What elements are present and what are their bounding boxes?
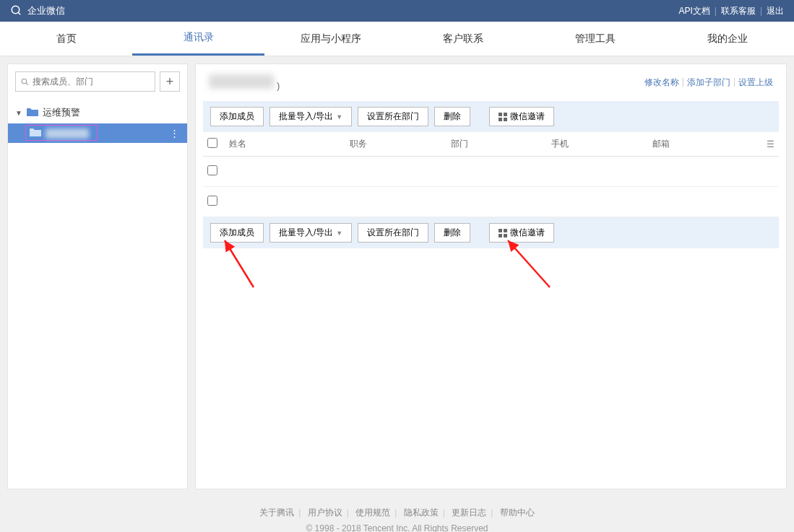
footer-link[interactable]: 关于腾讯 (259, 507, 294, 518)
footer-link[interactable]: 更新日志 (452, 507, 486, 518)
dept-title: ) (209, 74, 280, 91)
wx-invite-button[interactable]: 微信邀请 (489, 107, 554, 126)
qr-icon (499, 229, 507, 237)
brand-text: 企业微信 (27, 4, 65, 17)
footer-link[interactable]: 隐私政策 (404, 507, 439, 518)
search-input[interactable] (33, 77, 150, 87)
search-box[interactable] (15, 71, 155, 92)
batch-label: 批量导入/导出 (279, 227, 333, 239)
col-dept: 部门 (451, 138, 551, 150)
member-table: 姓名 职务 部门 手机 邮箱 ☰ (203, 132, 779, 217)
svg-point-0 (12, 6, 20, 14)
link-logout[interactable]: 退出 (767, 5, 784, 17)
nav-apps[interactable]: 应用与小程序 (264, 22, 397, 56)
delete-button-bottom[interactable]: 删除 (434, 223, 470, 243)
batch-import-export-button[interactable]: 批量导入/导出▼ (269, 107, 352, 126)
link-set-superior[interactable]: 设置上级 (738, 77, 773, 89)
dept-header: ) 修改名称 | 添加子部门 | 设置上级 (196, 64, 786, 101)
link-api-doc[interactable]: API文档 (678, 5, 709, 17)
set-dept-button[interactable]: 设置所在部门 (358, 107, 428, 126)
col-check (207, 138, 229, 150)
col-phone: 手机 (551, 138, 652, 150)
dept-name-blurred (209, 74, 274, 89)
col-email: 邮箱 (652, 138, 753, 150)
nav-home[interactable]: 首页 (0, 22, 132, 56)
wx-invite-label: 微信邀请 (510, 110, 545, 123)
nav-customer[interactable]: 客户联系 (397, 22, 530, 56)
chevron-down-icon: ▼ (336, 230, 342, 237)
separator: | (682, 77, 684, 89)
brand: 企业微信 (10, 4, 65, 17)
table-header: 姓名 职务 部门 手机 邮箱 ☰ (203, 132, 779, 157)
caret-down-icon: ▼ (15, 109, 22, 117)
table-row[interactable] (203, 157, 779, 187)
wecom-logo-icon (10, 4, 23, 17)
wx-invite-label: 微信邀请 (510, 227, 545, 239)
node-menu-icon[interactable]: ⋮ (170, 128, 180, 139)
link-rename[interactable]: 修改名称 (644, 77, 679, 89)
nav-bar: 首页 通讯录 应用与小程序 客户联系 管理工具 我的企业 (0, 22, 794, 56)
nav-contacts[interactable]: 通讯录 (132, 22, 264, 56)
col-name: 姓名 (229, 138, 350, 150)
tree-node-root[interactable]: ▼ 运维预警 (8, 102, 187, 123)
wx-invite-button-bottom[interactable]: 微信邀请 (489, 223, 554, 243)
dept-tree: ▼ 运维预警 ⋮ (8, 99, 187, 146)
table-row[interactable] (203, 187, 779, 217)
tree-node-label-blurred (46, 128, 89, 139)
link-add-sub[interactable]: 添加子部门 (687, 77, 730, 89)
footer-link[interactable]: 用户协议 (308, 507, 342, 518)
footer-copyright: © 1998 - 2018 Tencent Inc. All Rights Re… (0, 523, 794, 532)
folder-icon (30, 128, 41, 139)
add-member-button-bottom[interactable]: 添加成员 (210, 223, 264, 243)
row-checkbox[interactable] (207, 165, 217, 175)
tree-node-child[interactable]: ⋮ (8, 123, 187, 143)
toolbar-bottom: 添加成员 批量导入/导出▼ 设置所在部门 删除 微信邀请 (203, 217, 779, 248)
tree-node-label: 运维预警 (43, 106, 80, 119)
delete-button[interactable]: 删除 (434, 107, 470, 126)
chevron-down-icon: ▼ (336, 113, 342, 121)
nav-tools[interactable]: 管理工具 (530, 22, 662, 56)
search-icon (20, 77, 30, 87)
dept-count-paren: ) (277, 80, 280, 91)
footer-link[interactable]: 帮助中心 (500, 507, 535, 518)
sidebar: + ▼ 运维预警 ⋮ (7, 64, 188, 489)
add-dept-button[interactable]: + (160, 71, 180, 92)
toolbar-top: 添加成员 批量导入/导出▼ 设置所在部门 删除 微信邀请 (203, 101, 779, 132)
svg-point-1 (22, 79, 27, 84)
column-settings-icon[interactable]: ☰ (753, 139, 774, 149)
main-panel: ) 修改名称 | 添加子部门 | 设置上级 添加成员 批量导入/导出▼ 设置所在… (195, 64, 787, 489)
batch-import-export-button-bottom[interactable]: 批量导入/导出▼ (269, 223, 352, 243)
batch-label: 批量导入/导出 (279, 110, 333, 123)
separator: | (760, 6, 762, 16)
folder-icon (27, 108, 38, 118)
qr-icon (499, 113, 507, 121)
body: + ▼ 运维预警 ⋮ ) (0, 56, 794, 497)
dept-actions: 修改名称 | 添加子部门 | 设置上级 (644, 77, 773, 89)
search-row: + (8, 64, 187, 99)
add-member-button[interactable]: 添加成员 (210, 107, 264, 126)
footer: 关于腾讯| 用户协议| 使用规范| 隐私政策| 更新日志| 帮助中心 © 199… (0, 497, 794, 532)
top-bar: 企业微信 API文档 | 联系客服 | 退出 (0, 0, 794, 22)
footer-link[interactable]: 使用规范 (355, 507, 390, 518)
row-checkbox[interactable] (207, 196, 217, 206)
link-support[interactable]: 联系客服 (721, 5, 756, 17)
separator: | (733, 77, 735, 89)
nav-enterprise[interactable]: 我的企业 (662, 22, 794, 56)
check-all[interactable] (207, 138, 217, 148)
footer-links: 关于腾讯| 用户协议| 使用规范| 隐私政策| 更新日志| 帮助中心 (0, 507, 794, 519)
col-job: 职务 (350, 138, 450, 150)
top-bar-links: API文档 | 联系客服 | 退出 (678, 5, 784, 17)
set-dept-button-bottom[interactable]: 设置所在部门 (358, 223, 428, 243)
separator: | (715, 6, 717, 16)
